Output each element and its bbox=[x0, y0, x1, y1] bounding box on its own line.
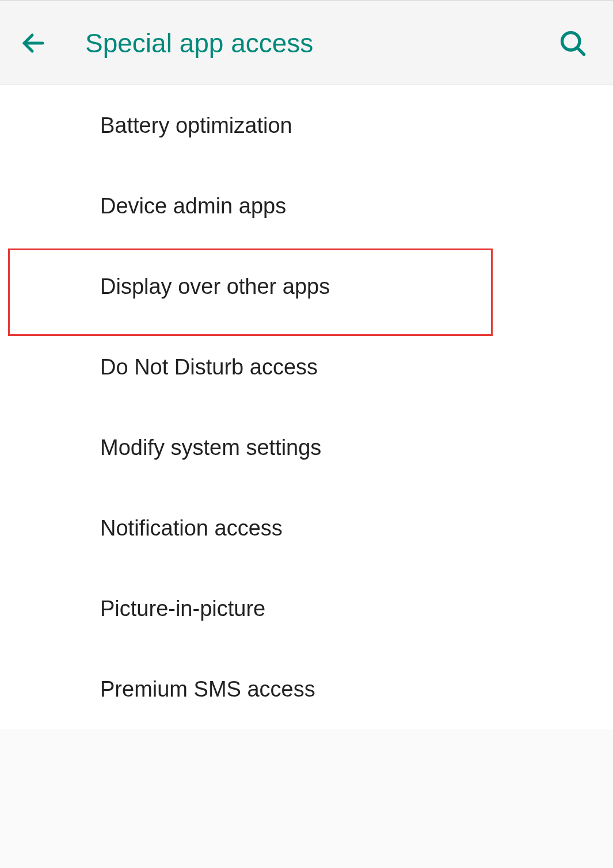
back-button[interactable] bbox=[16, 26, 51, 60]
list-item-label: Display over other apps bbox=[100, 274, 330, 299]
app-bar: Special app access bbox=[0, 0, 613, 85]
list-item-label: Device admin apps bbox=[100, 194, 286, 219]
search-button[interactable] bbox=[555, 26, 590, 60]
list-item-label: Notification access bbox=[100, 516, 283, 541]
search-icon bbox=[558, 28, 588, 58]
list-item-premium-sms-access[interactable]: Premium SMS access bbox=[0, 649, 613, 729]
list-item-do-not-disturb-access[interactable]: Do Not Disturb access bbox=[0, 327, 613, 407]
list-item-notification-access[interactable]: Notification access bbox=[0, 488, 613, 568]
back-arrow-icon bbox=[20, 29, 47, 57]
svg-line-2 bbox=[577, 47, 584, 54]
list-item-label: Battery optimization bbox=[100, 113, 292, 138]
list-item-device-admin-apps[interactable]: Device admin apps bbox=[0, 166, 613, 246]
page-title: Special app access bbox=[85, 28, 555, 59]
list-item-display-over-other-apps[interactable]: Display over other apps bbox=[0, 246, 613, 327]
list-item-label: Picture-in-picture bbox=[100, 596, 265, 621]
list-item-picture-in-picture[interactable]: Picture-in-picture bbox=[0, 568, 613, 649]
list-item-label: Premium SMS access bbox=[100, 677, 315, 702]
list-item-label: Modify system settings bbox=[100, 435, 321, 460]
list-item-battery-optimization[interactable]: Battery optimization bbox=[0, 85, 613, 166]
list-item-modify-system-settings[interactable]: Modify system settings bbox=[0, 407, 613, 488]
settings-list: Battery optimization Device admin apps D… bbox=[0, 85, 613, 729]
list-item-label: Do Not Disturb access bbox=[100, 355, 318, 380]
